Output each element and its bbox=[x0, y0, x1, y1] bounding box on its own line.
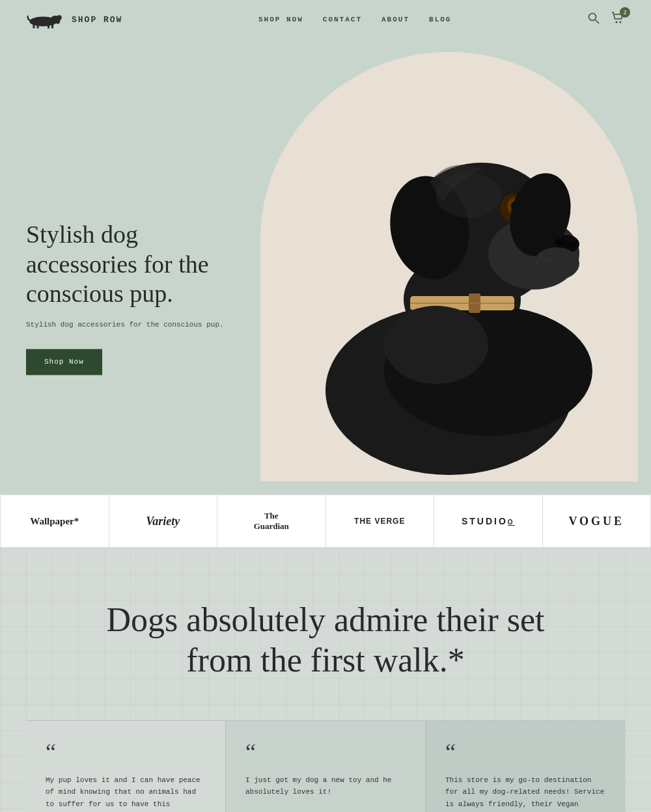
logo-area: ShOP Row bbox=[26, 10, 122, 29]
search-icon bbox=[587, 12, 600, 25]
search-button[interactable] bbox=[587, 12, 600, 28]
testimonial-text-3: This store is my go-to destination for a… bbox=[445, 774, 605, 812]
main-nav: SHOP NOW CONTACT ABOUT BLOG bbox=[258, 16, 451, 23]
shop-now-button[interactable]: Shop Now bbox=[26, 349, 102, 375]
quote-mark-1: “ bbox=[46, 740, 206, 764]
nav-shop-now[interactable]: SHOP NOW bbox=[258, 16, 303, 23]
nav-contact[interactable]: CONTACT bbox=[323, 16, 362, 23]
header-icons: 2 bbox=[587, 11, 625, 29]
hero-title: Stylish dog accessories for the consciou… bbox=[26, 220, 234, 309]
press-studio: STUDIOO bbox=[434, 495, 543, 547]
studio-logo: STUDIOO bbox=[462, 516, 515, 526]
cart-button[interactable]: 2 bbox=[611, 11, 625, 29]
testimonial-card-2: “ I just got my dog a new toy and he abs… bbox=[225, 720, 426, 812]
svg-point-29 bbox=[534, 247, 579, 280]
verge-logo: THE VERGE bbox=[354, 517, 405, 526]
quote-mark-3: “ bbox=[445, 740, 605, 764]
testimonial-text-2: I just got my dog a new toy and he absol… bbox=[245, 774, 406, 798]
hero-content: Stylish dog accessories for the consciou… bbox=[26, 220, 234, 375]
logo-text: ShOP Row bbox=[72, 15, 122, 25]
svg-point-11 bbox=[620, 21, 622, 23]
svg-line-9 bbox=[596, 20, 600, 23]
svg-rect-6 bbox=[51, 25, 53, 29]
svg-point-34 bbox=[536, 260, 538, 263]
vogue-logo: VOGUE bbox=[568, 515, 624, 528]
quote-mark-2: “ bbox=[245, 740, 406, 764]
variety-logo: Variety bbox=[146, 515, 180, 528]
press-wallpaper: Wallpaper* bbox=[1, 495, 109, 547]
svg-point-35 bbox=[384, 306, 488, 384]
press-bar: Wallpaper* Variety TheGuardian THE VERGE… bbox=[0, 494, 651, 548]
testimonial-card-3: “ This store is my go-to destination for… bbox=[426, 720, 625, 812]
svg-rect-3 bbox=[33, 25, 35, 29]
testimonials-section: Dogs absolutely admire their set from th… bbox=[0, 548, 651, 812]
testimonial-text-1: My pup loves it and I can have peace of … bbox=[46, 774, 206, 812]
logo-dog-icon bbox=[26, 10, 65, 29]
press-verge: THE VERGE bbox=[326, 495, 435, 547]
wallpaper-logo: Wallpaper* bbox=[30, 516, 79, 527]
nav-about[interactable]: ABOUT bbox=[381, 16, 409, 23]
press-guardian: TheGuardian bbox=[217, 495, 326, 547]
press-vogue: VOGUE bbox=[543, 495, 651, 547]
cart-badge: 2 bbox=[620, 7, 630, 18]
svg-rect-4 bbox=[37, 25, 39, 29]
svg-rect-5 bbox=[48, 25, 49, 29]
guardian-logo: TheGuardian bbox=[254, 511, 289, 532]
site-header: ShOP Row SHOP NOW CONTACT ABOUT BLOG 2 bbox=[0, 0, 651, 39]
svg-point-33 bbox=[546, 259, 548, 262]
hero-subtitle: Stylish dog accessories for the consciou… bbox=[26, 319, 234, 331]
hero-section: Stylish dog accessories for the consciou… bbox=[0, 39, 651, 494]
dog-illustration bbox=[260, 52, 638, 481]
svg-point-31 bbox=[567, 242, 576, 247]
testimonial-card-1: “ My pup loves it and I can have peace o… bbox=[26, 720, 225, 812]
hero-image-area bbox=[247, 39, 651, 494]
nav-blog[interactable]: BLOG bbox=[429, 16, 451, 23]
svg-point-8 bbox=[589, 13, 596, 20]
svg-point-32 bbox=[539, 256, 542, 258]
testimonials-heading: Dogs absolutely admire their set from th… bbox=[98, 600, 553, 681]
svg-point-7 bbox=[55, 17, 61, 24]
testimonials-cards: “ My pup loves it and I can have peace o… bbox=[26, 720, 625, 812]
svg-point-10 bbox=[616, 21, 618, 23]
svg-point-30 bbox=[555, 239, 565, 245]
hero-arch bbox=[260, 52, 638, 481]
press-variety: Variety bbox=[109, 495, 218, 547]
